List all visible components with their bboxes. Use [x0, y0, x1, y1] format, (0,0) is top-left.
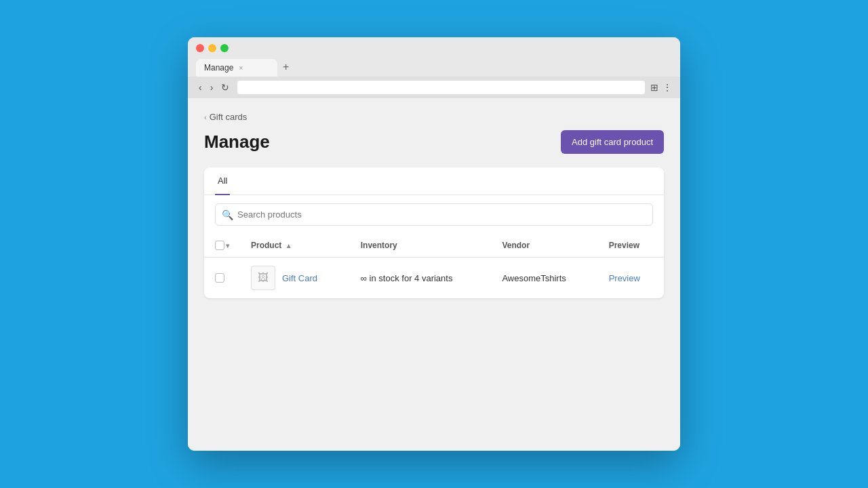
address-input[interactable]: [237, 81, 645, 94]
select-all-checkbox[interactable]: [215, 241, 224, 250]
main-card: All 🔍 ▾: [204, 167, 664, 298]
inventory-value: ∞ in stock for 4 variants: [361, 273, 453, 283]
page-content: ‹ Gift cards Manage Add gift card produc…: [188, 98, 680, 451]
table-body: 🖼 Gift Card ∞ in stock for 4 variants Aw…: [204, 258, 664, 299]
preview-cell: Preview: [598, 258, 664, 299]
extensions-button[interactable]: ⊞: [650, 82, 658, 93]
product-col-header[interactable]: Product ▲: [240, 234, 350, 258]
image-placeholder-icon: 🖼: [258, 272, 269, 284]
browser-actions: ⊞ ⋮: [650, 82, 672, 93]
table-header: ▾ Product ▲ Inventory Vendor: [204, 234, 664, 258]
breadcrumb: ‹ Gift cards: [204, 112, 664, 122]
traffic-light-red[interactable]: [196, 44, 204, 52]
browser-tab[interactable]: Manage ×: [196, 59, 277, 77]
add-gift-card-button[interactable]: Add gift card product: [561, 130, 664, 154]
traffic-light-green[interactable]: [220, 44, 229, 52]
select-dropdown-arrow[interactable]: ▾: [226, 242, 229, 249]
tab-title: Manage: [204, 63, 233, 73]
refresh-button[interactable]: ↻: [218, 81, 232, 94]
row-checkbox[interactable]: [215, 273, 224, 283]
preview-col-header: Preview: [598, 234, 664, 258]
product-name-link[interactable]: Gift Card: [282, 273, 317, 283]
forward-button[interactable]: ›: [208, 81, 216, 94]
select-all-control: ▾: [215, 241, 229, 250]
page-title: Manage: [204, 131, 270, 152]
header-row: ▾ Product ▲ Inventory Vendor: [204, 234, 664, 258]
table-row: 🖼 Gift Card ∞ in stock for 4 variants Aw…: [204, 258, 664, 299]
new-tab-button[interactable]: +: [277, 58, 294, 77]
search-container: 🔍: [204, 195, 664, 234]
product-cell-content: 🖼 Gift Card: [251, 266, 339, 290]
breadcrumb-link[interactable]: Gift cards: [210, 112, 248, 122]
search-input[interactable]: [215, 203, 653, 226]
inventory-col-header: Inventory: [350, 234, 492, 258]
tabs-nav: All: [204, 167, 664, 195]
row-checkbox-cell: [204, 258, 240, 299]
breadcrumb-chevron: ‹: [204, 113, 207, 121]
vendor-col-header: Vendor: [491, 234, 597, 258]
vendor-value: AwesomeTshirts: [502, 273, 566, 283]
tab-bar: Manage × +: [196, 58, 672, 77]
browser-controls: [196, 44, 672, 52]
nav-buttons: ‹ › ↻: [196, 81, 232, 94]
tab-close-button[interactable]: ×: [239, 64, 243, 72]
back-button[interactable]: ‹: [196, 81, 205, 94]
select-all-col: ▾: [204, 234, 240, 258]
tab-all[interactable]: All: [215, 167, 230, 195]
traffic-light-yellow[interactable]: [208, 44, 216, 52]
browser-window: Manage × + ‹ › ↻ ⊞ ⋮ ‹ Gift cards Manage…: [188, 37, 680, 451]
products-table: ▾ Product ▲ Inventory Vendor: [204, 234, 664, 298]
inventory-cell: ∞ in stock for 4 variants: [350, 258, 492, 299]
search-icon: 🔍: [222, 209, 233, 220]
product-image: 🖼: [251, 266, 275, 290]
vendor-cell: AwesomeTshirts: [491, 258, 597, 299]
address-bar: ‹ › ↻ ⊞ ⋮: [188, 77, 680, 98]
sort-icon: ▲: [285, 242, 292, 249]
menu-button[interactable]: ⋮: [663, 82, 672, 93]
page-header: Manage Add gift card product: [204, 130, 664, 154]
product-cell: 🖼 Gift Card: [240, 258, 350, 299]
search-box: 🔍: [215, 203, 653, 226]
browser-chrome: Manage × +: [188, 37, 680, 77]
preview-link[interactable]: Preview: [609, 273, 640, 283]
